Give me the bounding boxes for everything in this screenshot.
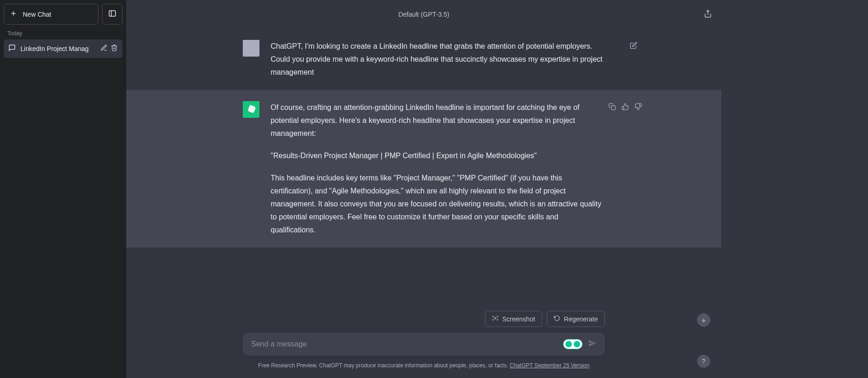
thumbs-up-icon[interactable] — [622, 103, 629, 112]
bottom-area: Screenshot Regenerate Fr — [126, 311, 721, 378]
assistant-paragraph-3: This headline includes key terms like "P… — [271, 172, 605, 237]
sidebar: New Chat Today LinkedIn Project Manag — [0, 0, 126, 378]
edit-message-icon[interactable] — [630, 42, 637, 51]
screenshot-label: Screenshot — [502, 315, 535, 323]
sidebar-chat-item[interactable]: LinkedIn Project Manag — [4, 39, 123, 58]
svg-point-7 — [494, 317, 496, 319]
sidebar-top: New Chat — [4, 4, 123, 25]
regenerate-label: Regenerate — [564, 315, 598, 323]
copy-icon[interactable] — [609, 103, 616, 112]
chat-icon — [8, 44, 16, 53]
help-button[interactable]: ? — [697, 355, 710, 368]
regenerate-button[interactable]: Regenerate — [547, 311, 605, 327]
new-chat-button[interactable]: New Chat — [4, 4, 98, 25]
assistant-message-text: Of course, crafting an attention-grabbin… — [271, 101, 605, 237]
user-avatar — [243, 40, 259, 57]
message-input-box — [243, 333, 605, 356]
collapse-sidebar-button[interactable] — [102, 4, 123, 25]
disclaimer-link[interactable]: ChatGPT September 25 Version — [510, 362, 589, 369]
grammarly-dot-icon — [565, 341, 572, 347]
sidebar-section-today: Today — [4, 25, 123, 39]
delete-chat-icon[interactable] — [110, 44, 118, 53]
share-button[interactable] — [704, 10, 712, 19]
plus-icon — [10, 10, 17, 19]
header: Default (GPT-3.5) — [126, 0, 721, 29]
thumbs-down-icon[interactable] — [635, 103, 642, 112]
screenshot-button[interactable]: Screenshot — [485, 311, 542, 327]
action-row: Screenshot Regenerate — [233, 311, 614, 327]
assistant-paragraph-2: "Results-Driven Project Manager | PMP Ce… — [271, 149, 605, 162]
assistant-avatar — [243, 101, 259, 118]
right-gutter — [721, 0, 868, 378]
scroll-to-bottom-button[interactable] — [697, 314, 710, 327]
svg-rect-2 — [109, 11, 116, 16]
conversation: ChatGPT, I'm looking to create a LinkedI… — [126, 29, 721, 311]
user-message-actions — [630, 42, 637, 51]
edit-chat-icon[interactable] — [100, 44, 108, 53]
main: Default (GPT-3.5) ChatGPT, I'm looking t… — [126, 0, 721, 378]
svg-rect-5 — [611, 106, 615, 110]
disclaimer: Free Research Preview. ChatGPT may produ… — [126, 362, 721, 369]
screenshot-icon — [492, 315, 499, 323]
user-message: ChatGPT, I'm looking to create a LinkedI… — [126, 29, 721, 90]
new-chat-label: New Chat — [23, 11, 51, 18]
panel-icon — [108, 9, 117, 19]
message-input[interactable] — [251, 340, 557, 348]
assistant-paragraph-1: Of course, crafting an attention-grabbin… — [271, 101, 605, 140]
send-button[interactable] — [588, 339, 596, 349]
disclaimer-text: Free Research Preview. ChatGPT may produ… — [258, 362, 510, 369]
assistant-message: Of course, crafting an attention-grabbin… — [126, 90, 721, 248]
model-label: Default (GPT-3.5) — [398, 11, 449, 18]
user-message-text: ChatGPT, I'm looking to create a LinkedI… — [271, 40, 605, 79]
regenerate-icon — [554, 315, 560, 323]
chat-item-title: LinkedIn Project Manag — [20, 45, 96, 52]
grammarly-widget[interactable] — [563, 339, 583, 349]
grammarly-dot-icon — [574, 341, 580, 347]
assistant-message-actions — [609, 103, 642, 112]
